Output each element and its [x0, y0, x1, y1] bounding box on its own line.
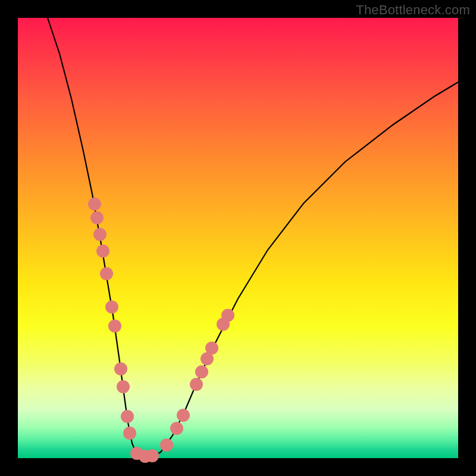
data-bead: [123, 427, 136, 440]
data-bead: [108, 320, 121, 333]
data-bead: [96, 245, 109, 258]
data-bead: [195, 365, 208, 378]
plot-area: [18, 18, 458, 458]
data-bead: [205, 342, 218, 355]
chart-frame: TheBottleneck.com: [0, 0, 476, 476]
bottleneck-curve: [48, 18, 458, 457]
beads-right-group: [160, 309, 234, 452]
data-bead: [93, 228, 107, 241]
data-bead: [190, 378, 203, 391]
data-bead: [221, 309, 234, 322]
data-bead: [90, 211, 104, 224]
beads-left-group: [88, 198, 159, 463]
data-bead: [146, 449, 159, 462]
data-bead: [177, 409, 190, 422]
data-bead: [100, 267, 113, 280]
watermark-text: TheBottleneck.com: [356, 2, 470, 18]
data-bead: [114, 362, 127, 375]
curve-layer: [18, 18, 458, 458]
data-bead: [160, 439, 173, 452]
data-bead: [105, 300, 118, 314]
data-bead: [88, 198, 101, 211]
data-bead: [121, 410, 134, 423]
data-bead: [117, 380, 130, 393]
data-bead: [170, 422, 183, 435]
